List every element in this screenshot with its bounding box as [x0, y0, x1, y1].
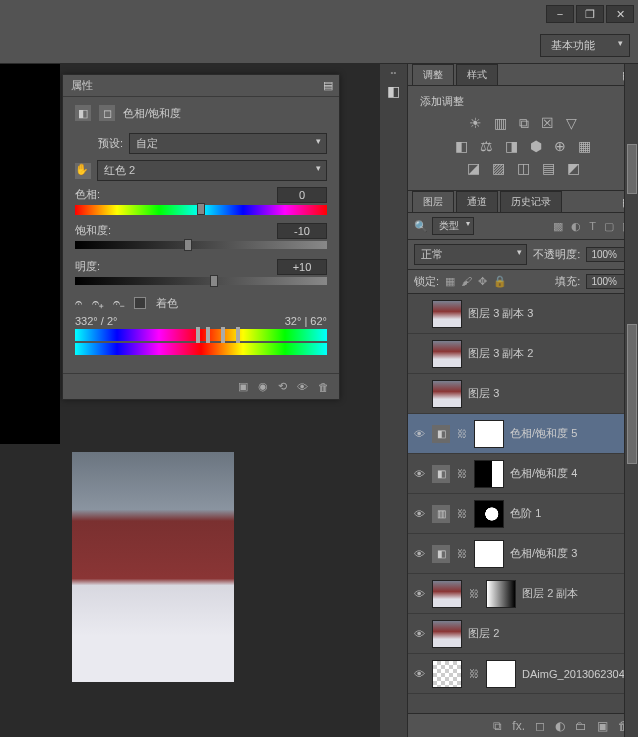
layer-thumb[interactable] — [432, 620, 462, 648]
visibility-icon[interactable]: 👁 — [412, 508, 426, 520]
properties-tab[interactable]: 属性 — [71, 78, 93, 93]
layer-name[interactable]: 图层 3 副本 3 — [468, 306, 634, 321]
gradient-map-icon[interactable]: ▤ — [542, 160, 555, 176]
layer-thumb[interactable] — [432, 380, 462, 408]
new-layer-icon[interactable]: ▣ — [597, 719, 608, 733]
layer-row[interactable]: 图层 3 副本 2 — [408, 334, 638, 374]
mask-icon[interactable]: ◻ — [535, 719, 545, 733]
close-button[interactable]: ✕ — [606, 5, 634, 23]
layer-row[interactable]: 👁▥⛓色阶 1 — [408, 494, 638, 534]
canvas-image[interactable] — [72, 452, 234, 682]
photo-filter-icon[interactable]: ⬢ — [530, 138, 542, 154]
visibility-icon[interactable]: 👁 — [412, 628, 426, 640]
layer-thumb[interactable] — [432, 660, 462, 688]
layer-name[interactable]: 图层 2 副本 — [522, 586, 634, 601]
mask-thumb[interactable] — [486, 660, 516, 688]
saturation-value[interactable]: -10 — [277, 223, 327, 239]
visibility-icon[interactable]: 👁 — [412, 668, 426, 680]
color-range-slider[interactable] — [75, 329, 327, 341]
eyedropper-add-icon[interactable]: 𝄐₊ — [92, 295, 103, 311]
threshold-icon[interactable]: ◫ — [517, 160, 530, 176]
filter-pixel-icon[interactable]: ▩ — [553, 220, 563, 233]
exposure-icon[interactable]: ☒ — [541, 115, 554, 132]
visibility-icon[interactable]: 👁 — [412, 428, 426, 440]
layer-name[interactable]: 图层 2 — [468, 626, 634, 641]
tab-styles[interactable]: 样式 — [456, 64, 498, 85]
lightness-value[interactable]: +10 — [277, 259, 327, 275]
lock-pixels-icon[interactable]: ▦ — [445, 275, 455, 288]
layer-name[interactable]: 色相/饱和度 3 — [510, 546, 634, 561]
visibility-icon[interactable]: 👁 — [297, 381, 308, 393]
search-icon[interactable]: 🔍 — [414, 220, 428, 233]
fx-icon[interactable]: fx. — [512, 719, 525, 733]
layer-name[interactable]: 色相/饱和度 4 — [510, 466, 634, 481]
balance-icon[interactable]: ⚖ — [480, 138, 493, 154]
layer-name[interactable]: 图层 3 — [468, 386, 634, 401]
new-adjustment-icon[interactable]: ◐ — [555, 719, 565, 733]
visibility-icon[interactable]: 👁 — [412, 468, 426, 480]
filter-adjust-icon[interactable]: ◐ — [571, 220, 581, 233]
tab-layers[interactable]: 图层 — [412, 191, 454, 212]
hue-value[interactable]: 0 — [277, 187, 327, 203]
curves-icon[interactable]: ⧉ — [519, 115, 529, 132]
layer-name[interactable]: DAimG_2013062304... — [522, 668, 634, 680]
selective-color-icon[interactable]: ◩ — [567, 160, 580, 176]
reset-icon[interactable]: ⟲ — [278, 380, 287, 393]
panel-menu-icon[interactable]: ▤ — [323, 79, 333, 92]
invert-icon[interactable]: ◪ — [467, 160, 480, 176]
mask-thumb[interactable] — [474, 540, 504, 568]
view-previous-icon[interactable]: ◉ — [258, 380, 268, 393]
posterize-icon[interactable]: ▨ — [492, 160, 505, 176]
layer-name[interactable]: 色阶 1 — [510, 506, 634, 521]
hsl-icon[interactable]: ◧ — [455, 138, 468, 154]
eyedropper-sub-icon[interactable]: 𝄐₋ — [113, 295, 124, 311]
layer-row[interactable]: 👁⛓DAimG_2013062304... — [408, 654, 638, 694]
lock-brush-icon[interactable]: 🖌 — [461, 275, 472, 288]
filter-type-select[interactable]: 类型 — [432, 217, 474, 235]
lock-move-icon[interactable]: ✥ — [478, 275, 487, 288]
layer-row[interactable]: 图层 3 副本 3 — [408, 294, 638, 334]
mask-thumb[interactable] — [486, 580, 516, 608]
eyedropper-icon[interactable]: 𝄐 — [75, 295, 82, 311]
restore-button[interactable]: ❐ — [576, 5, 604, 23]
saturation-slider[interactable] — [75, 241, 327, 249]
filter-shape-icon[interactable]: ▢ — [604, 220, 614, 233]
bw-icon[interactable]: ◨ — [505, 138, 518, 154]
layer-thumb[interactable] — [432, 300, 462, 328]
workspace-dropdown[interactable]: 基本功能 — [540, 34, 630, 57]
clip-to-layer-icon[interactable]: ▣ — [238, 380, 248, 393]
lut-icon[interactable]: ▦ — [578, 138, 591, 154]
minimize-button[interactable]: − — [546, 5, 574, 23]
filter-text-icon[interactable]: T — [589, 220, 596, 233]
mask-thumb[interactable] — [474, 500, 504, 528]
lightness-slider[interactable] — [75, 277, 327, 285]
preset-select[interactable]: 自定 — [129, 133, 327, 154]
layer-name[interactable]: 图层 3 副本 2 — [468, 346, 634, 361]
levels-icon[interactable]: ▥ — [494, 115, 507, 132]
blend-mode-select[interactable]: 正常 — [414, 244, 527, 265]
mask-thumb[interactable] — [474, 460, 504, 488]
brightness-icon[interactable]: ☀ — [469, 115, 482, 132]
mask-icon[interactable]: ◻ — [99, 105, 115, 121]
hand-icon[interactable]: ✋ — [75, 163, 91, 179]
visibility-icon[interactable]: 👁 — [412, 548, 426, 560]
tab-adjustments[interactable]: 调整 — [412, 64, 454, 85]
layer-row[interactable]: 👁⛓图层 2 副本 — [408, 574, 638, 614]
layer-row[interactable]: 图层 3 — [408, 374, 638, 414]
layer-row[interactable]: 👁◧⛓色相/饱和度 3 — [408, 534, 638, 574]
trash-icon[interactable]: 🗑 — [318, 381, 329, 393]
right-scrollbar[interactable] — [624, 64, 638, 737]
mask-thumb[interactable] — [474, 420, 504, 448]
hue-slider[interactable] — [75, 205, 327, 215]
colorize-checkbox[interactable] — [134, 297, 146, 309]
layer-row[interactable]: 👁◧⛓色相/饱和度 5 — [408, 414, 638, 454]
layer-thumb[interactable] — [432, 580, 462, 608]
channel-mixer-icon[interactable]: ⊕ — [554, 138, 566, 154]
layer-row[interactable]: 👁◧⛓色相/饱和度 4 — [408, 454, 638, 494]
lock-all-icon[interactable]: 🔒 — [493, 275, 507, 288]
visibility-icon[interactable]: 👁 — [412, 588, 426, 600]
vibrance-icon[interactable]: ▽ — [566, 115, 577, 132]
collapsed-panel-icon[interactable]: ◧ — [387, 83, 400, 99]
tab-history[interactable]: 历史记录 — [500, 191, 562, 212]
link-layers-icon[interactable]: ⧉ — [493, 719, 502, 733]
